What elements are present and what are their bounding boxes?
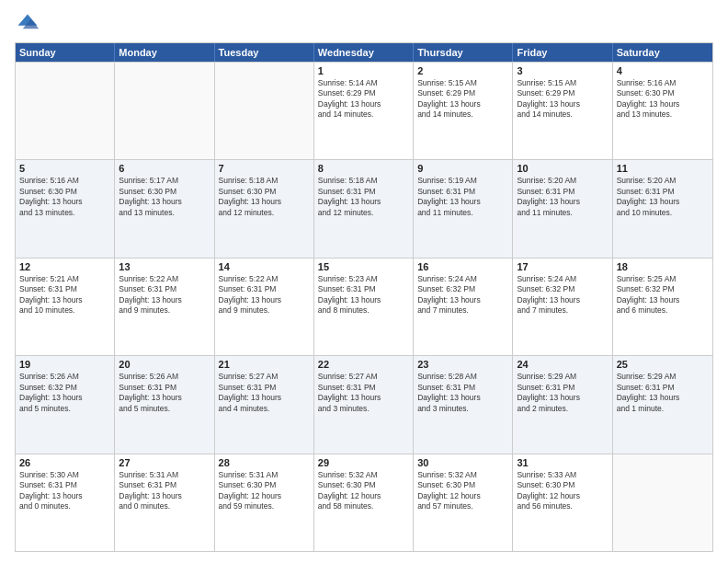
day-number: 11 (617, 163, 709, 174)
calendar-week-1: 1Sunrise: 5:14 AM Sunset: 6:29 PM Daylig… (16, 62, 712, 159)
calendar-header-row: SundayMondayTuesdayWednesdayThursdayFrid… (16, 43, 712, 62)
day-info: Sunrise: 5:31 AM Sunset: 6:30 PM Dayligh… (219, 470, 310, 512)
day-info: Sunrise: 5:20 AM Sunset: 6:31 PM Dayligh… (617, 176, 709, 218)
day-info: Sunrise: 5:27 AM Sunset: 6:31 PM Dayligh… (219, 372, 310, 414)
day-cell-24: 24Sunrise: 5:29 AM Sunset: 6:31 PM Dayli… (513, 356, 612, 453)
day-number: 14 (219, 261, 310, 272)
day-info: Sunrise: 5:24 AM Sunset: 6:32 PM Dayligh… (517, 274, 608, 316)
day-number: 1 (318, 65, 409, 76)
page: SundayMondayTuesdayWednesdayThursdayFrid… (0, 0, 728, 563)
logo-icon (15, 11, 40, 37)
day-info: Sunrise: 5:32 AM Sunset: 6:30 PM Dayligh… (318, 470, 409, 512)
day-number: 23 (417, 359, 508, 370)
day-cell-28: 28Sunrise: 5:31 AM Sunset: 6:30 PM Dayli… (215, 454, 314, 551)
calendar-week-5: 26Sunrise: 5:30 AM Sunset: 6:31 PM Dayli… (16, 454, 712, 551)
day-cell-25: 25Sunrise: 5:29 AM Sunset: 6:31 PM Dayli… (613, 356, 712, 453)
day-cell-22: 22Sunrise: 5:27 AM Sunset: 6:31 PM Dayli… (314, 356, 414, 453)
day-number: 8 (318, 163, 409, 174)
day-number: 9 (417, 163, 508, 174)
day-info: Sunrise: 5:15 AM Sunset: 6:29 PM Dayligh… (417, 78, 508, 121)
day-info: Sunrise: 5:25 AM Sunset: 6:32 PM Dayligh… (617, 274, 709, 316)
day-cell-6: 6Sunrise: 5:17 AM Sunset: 6:30 PM Daylig… (115, 160, 214, 257)
day-number: 6 (119, 163, 210, 174)
logo (15, 11, 44, 37)
day-cell-21: 21Sunrise: 5:27 AM Sunset: 6:31 PM Dayli… (215, 356, 314, 453)
empty-cell (115, 63, 214, 159)
day-number: 15 (318, 261, 409, 272)
day-info: Sunrise: 5:24 AM Sunset: 6:32 PM Dayligh… (417, 274, 508, 316)
day-cell-14: 14Sunrise: 5:22 AM Sunset: 6:31 PM Dayli… (215, 259, 314, 355)
day-info: Sunrise: 5:16 AM Sunset: 6:30 PM Dayligh… (617, 78, 709, 121)
day-number: 28 (219, 457, 310, 468)
day-info: Sunrise: 5:32 AM Sunset: 6:30 PM Dayligh… (417, 470, 508, 512)
empty-cell (613, 454, 712, 551)
day-number: 10 (517, 163, 608, 174)
day-cell-12: 12Sunrise: 5:21 AM Sunset: 6:31 PM Dayli… (16, 259, 115, 355)
calendar-week-4: 19Sunrise: 5:26 AM Sunset: 6:32 PM Dayli… (16, 355, 712, 453)
header-day-monday: Monday (115, 43, 214, 62)
empty-cell (215, 63, 314, 159)
header-day-saturday: Saturday (613, 43, 712, 62)
day-info: Sunrise: 5:33 AM Sunset: 6:30 PM Dayligh… (517, 470, 608, 512)
day-number: 2 (417, 65, 508, 76)
day-info: Sunrise: 5:29 AM Sunset: 6:31 PM Dayligh… (517, 372, 608, 414)
day-info: Sunrise: 5:22 AM Sunset: 6:31 PM Dayligh… (119, 274, 210, 316)
day-info: Sunrise: 5:22 AM Sunset: 6:31 PM Dayligh… (219, 274, 310, 316)
day-info: Sunrise: 5:30 AM Sunset: 6:31 PM Dayligh… (19, 470, 110, 512)
day-number: 18 (617, 261, 709, 272)
day-number: 29 (318, 457, 409, 468)
day-number: 27 (119, 457, 210, 468)
day-info: Sunrise: 5:26 AM Sunset: 6:32 PM Dayligh… (19, 372, 110, 414)
day-info: Sunrise: 5:29 AM Sunset: 6:31 PM Dayligh… (617, 372, 709, 414)
day-number: 31 (517, 457, 608, 468)
day-number: 22 (318, 359, 409, 370)
day-number: 13 (119, 261, 210, 272)
day-info: Sunrise: 5:26 AM Sunset: 6:31 PM Dayligh… (119, 372, 210, 414)
day-number: 4 (617, 65, 709, 76)
day-cell-16: 16Sunrise: 5:24 AM Sunset: 6:32 PM Dayli… (414, 259, 513, 355)
day-info: Sunrise: 5:19 AM Sunset: 6:31 PM Dayligh… (417, 176, 508, 218)
day-cell-7: 7Sunrise: 5:18 AM Sunset: 6:30 PM Daylig… (215, 160, 314, 257)
day-cell-23: 23Sunrise: 5:28 AM Sunset: 6:31 PM Dayli… (414, 356, 513, 453)
day-cell-5: 5Sunrise: 5:16 AM Sunset: 6:30 PM Daylig… (16, 160, 115, 257)
day-number: 21 (219, 359, 310, 370)
day-info: Sunrise: 5:27 AM Sunset: 6:31 PM Dayligh… (318, 372, 409, 414)
day-number: 5 (19, 163, 110, 174)
day-number: 20 (119, 359, 210, 370)
day-info: Sunrise: 5:20 AM Sunset: 6:31 PM Dayligh… (517, 176, 608, 218)
day-info: Sunrise: 5:15 AM Sunset: 6:29 PM Dayligh… (517, 78, 608, 121)
day-cell-2: 2Sunrise: 5:15 AM Sunset: 6:29 PM Daylig… (414, 63, 513, 159)
calendar-week-2: 5Sunrise: 5:16 AM Sunset: 6:30 PM Daylig… (16, 159, 712, 257)
day-info: Sunrise: 5:31 AM Sunset: 6:31 PM Dayligh… (119, 470, 210, 512)
day-number: 30 (417, 457, 508, 468)
header-day-friday: Friday (513, 43, 612, 62)
day-info: Sunrise: 5:14 AM Sunset: 6:29 PM Dayligh… (318, 78, 409, 121)
day-cell-3: 3Sunrise: 5:15 AM Sunset: 6:29 PM Daylig… (513, 63, 612, 159)
day-cell-27: 27Sunrise: 5:31 AM Sunset: 6:31 PM Dayli… (115, 454, 214, 551)
day-number: 17 (517, 261, 608, 272)
day-cell-19: 19Sunrise: 5:26 AM Sunset: 6:32 PM Dayli… (16, 356, 115, 453)
day-cell-11: 11Sunrise: 5:20 AM Sunset: 6:31 PM Dayli… (613, 160, 712, 257)
calendar: SundayMondayTuesdayWednesdayThursdayFrid… (15, 42, 713, 552)
day-cell-29: 29Sunrise: 5:32 AM Sunset: 6:30 PM Dayli… (314, 454, 414, 551)
day-info: Sunrise: 5:18 AM Sunset: 6:31 PM Dayligh… (318, 176, 409, 218)
day-number: 3 (517, 65, 608, 76)
day-number: 25 (617, 359, 709, 370)
day-cell-17: 17Sunrise: 5:24 AM Sunset: 6:32 PM Dayli… (513, 259, 612, 355)
day-cell-10: 10Sunrise: 5:20 AM Sunset: 6:31 PM Dayli… (513, 160, 612, 257)
day-number: 12 (19, 261, 110, 272)
day-cell-9: 9Sunrise: 5:19 AM Sunset: 6:31 PM Daylig… (414, 160, 513, 257)
header-day-wednesday: Wednesday (314, 43, 414, 62)
empty-cell (16, 63, 115, 159)
day-info: Sunrise: 5:18 AM Sunset: 6:30 PM Dayligh… (219, 176, 310, 218)
day-cell-8: 8Sunrise: 5:18 AM Sunset: 6:31 PM Daylig… (314, 160, 414, 257)
day-info: Sunrise: 5:21 AM Sunset: 6:31 PM Dayligh… (19, 274, 110, 316)
day-info: Sunrise: 5:23 AM Sunset: 6:31 PM Dayligh… (318, 274, 409, 316)
day-number: 7 (219, 163, 310, 174)
header-day-tuesday: Tuesday (215, 43, 314, 62)
day-info: Sunrise: 5:28 AM Sunset: 6:31 PM Dayligh… (417, 372, 508, 414)
day-cell-1: 1Sunrise: 5:14 AM Sunset: 6:29 PM Daylig… (314, 63, 414, 159)
calendar-week-3: 12Sunrise: 5:21 AM Sunset: 6:31 PM Dayli… (16, 258, 712, 355)
day-cell-31: 31Sunrise: 5:33 AM Sunset: 6:30 PM Dayli… (513, 454, 612, 551)
header-day-sunday: Sunday (16, 43, 115, 62)
